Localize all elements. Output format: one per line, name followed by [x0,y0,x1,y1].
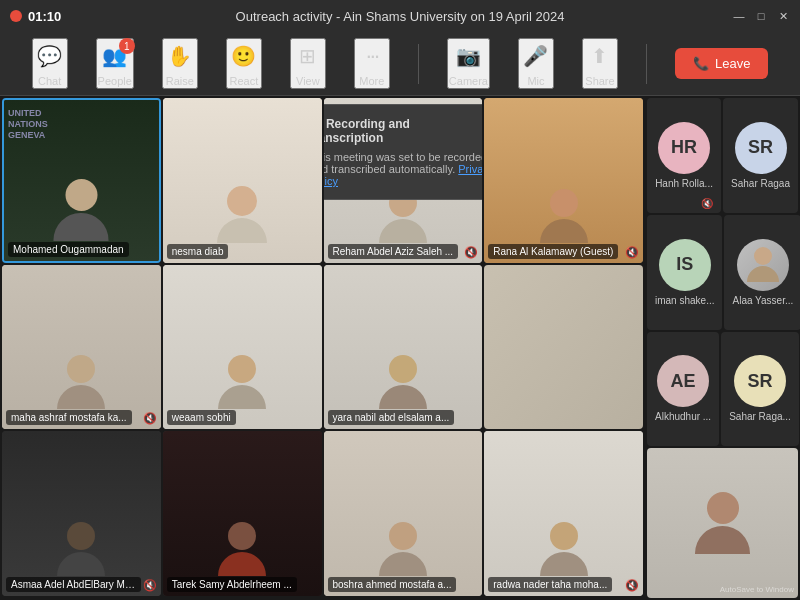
avatar-card-sr2: SR Sahar Raga... [721,332,799,447]
view-button[interactable]: ⊞ View [290,38,326,89]
avatar-initials-hr: HR [658,122,710,174]
name-tag-ougammadan: Mohamed Ougammadan [8,242,129,257]
recording-popup: Recording and transcription ✕ This meeti… [324,104,483,200]
video-cell-ougammadan: UNITEDNATIONSGENEVA Mohamed Ougammadan [2,98,161,263]
video-cell-boshra: boshra ahmed mostafa a... [324,431,483,596]
maximize-button[interactable]: □ [754,9,768,23]
people-badge: 1 [119,38,135,54]
raise-icon: ✋ [164,40,196,72]
avatar-initials-sr1: SR [735,122,787,174]
avatar-row-2: IS iman shake... Alaa Yasser... [647,215,798,330]
avatar-card-alaa: Alaa Yasser... [724,215,800,330]
people-icon: 👥 1 [99,40,131,72]
people-button[interactable]: 👥 1 People [96,38,134,89]
avatar-name-sr2: Sahar Raga... [725,411,795,422]
mic-muted-icon-maha: 🔇 [143,412,157,425]
avatar-card-is: IS iman shake... [647,215,722,330]
camera-icon: 📷 [452,40,484,72]
video-cell-rana: Rana Al Kalamawy (Guest) 🔇 [484,98,643,263]
avatar-initials-ae: AE [657,355,709,407]
recording-header: Recording and transcription ✕ [324,117,483,145]
avatar-card-hr: HR Hanh Rolla... 🔇 [647,98,721,213]
avatar-card-sr1: SR Sahar Ragaa [723,98,798,213]
mic-muted-icon-asmaa: 🔇 [143,579,157,592]
close-button[interactable]: ✕ [776,9,790,23]
toolbar-separator [418,44,419,84]
react-icon: 🙂 [228,40,260,72]
name-tag-reham: Reham Abdel Aziz Saleh ... [328,244,459,259]
video-cell-radwa [484,265,643,430]
leave-button[interactable]: 📞 Leave [675,48,768,79]
video-cell-weaam: weaam sobhi [163,265,322,430]
window-controls[interactable]: — □ ✕ [732,9,790,23]
avatar-row-3: AE Alkhudhur ... SR Sahar Raga... [647,332,798,447]
camera-label: Camera [449,75,488,87]
avatar-name-is: iman shake... [651,295,718,306]
recording-body: This meeting was set to be recorded and … [324,151,483,187]
share-button[interactable]: ⬆ Share [582,38,618,89]
avatar-initials-sr2: SR [734,355,786,407]
toolbar: 💬 Chat 👥 1 People ✋ Raise 🙂 React ⊞ View… [0,32,800,96]
mic-icon: 🎤 [520,40,552,72]
toolbar-separator-2 [646,44,647,84]
mic-button[interactable]: 🎤 Mic [518,38,554,89]
name-tag-weaam: weaam sobhi [167,410,236,425]
avatar-name-alaa: Alaa Yasser... [728,295,797,306]
mic-muted-icon-radwa2: 🔇 [625,579,639,592]
avatar-name-hr: Hanh Rolla... [651,178,717,189]
minimize-button[interactable]: — [732,9,746,23]
raise-label: Raise [166,75,194,87]
watermark-text: AutoSave to Window [720,585,794,594]
video-cell-nesma: nesma diab [163,98,322,263]
video-cell-bottom-right: AutoSave to Window [647,448,798,598]
mic-muted-icon-reham: 🔇 [464,246,478,259]
record-indicator [10,10,22,22]
avatar-initials-is: IS [659,239,711,291]
more-label: More [359,75,384,87]
name-tag-radwa2: radwa nader taha moha... [488,577,612,592]
name-tag-boshra: boshra ahmed mostafa a... [328,577,457,592]
more-button[interactable]: ··· More [354,38,390,89]
video-cell-yara: yara nabil abd elsalam a... [324,265,483,430]
name-tag-nesma: nesma diab [167,244,229,259]
mic-muted-icon-rana: 🔇 [625,246,639,259]
name-tag-yara: yara nabil abd elsalam a... [328,410,455,425]
people-label: People [98,75,132,87]
raise-button[interactable]: ✋ Raise [162,38,198,89]
main-content: UNITEDNATIONSGENEVA Mohamed Ougammadan n… [0,96,800,600]
chat-button[interactable]: 💬 Chat [32,38,68,89]
chat-icon: 💬 [34,40,66,72]
camera-button[interactable]: 📷 Camera [447,38,490,89]
avatar-name-sr1: Sahar Ragaa [727,178,794,189]
avatar-row-1: HR Hanh Rolla... 🔇 SR Sahar Ragaa [647,98,798,213]
timer: 01:10 [28,9,61,24]
mic-icon-hr: 🔇 [701,198,713,209]
view-icon: ⊞ [292,40,324,72]
share-label: Share [585,75,614,87]
name-tag-tarek: Tarek Samy Abdelrheem ... [167,577,297,592]
video-grid: UNITEDNATIONSGENEVA Mohamed Ougammadan n… [0,96,645,600]
phone-icon: 📞 [693,56,709,71]
avatar-photo-alaa [737,239,789,291]
share-icon: ⬆ [584,40,616,72]
leave-label: Leave [715,56,750,71]
video-cell-radwa2: radwa nader taha moha... 🔇 [484,431,643,596]
video-cell-tarek: Tarek Samy Abdelrheem ... [163,431,322,596]
window-title: Outreach activity - Ain Shams University… [236,9,565,24]
video-cell-asmaa: Asmaa Adel AbdElBary Moha... 🔇 [2,431,161,596]
right-panel: HR Hanh Rolla... 🔇 SR Sahar Ragaa IS ima… [645,96,800,600]
avatar-card-ae: AE Alkhudhur ... [647,332,719,447]
video-cell-maha: maha ashraf mostafa ka... 🔇 [2,265,161,430]
more-icon: ··· [356,40,388,72]
name-tag-rana: Rana Al Kalamawy (Guest) [488,244,618,259]
avatar-name-ae: Alkhudhur ... [651,411,715,422]
title-bar: 01:10 Outreach activity - Ain Shams Univ… [0,0,800,32]
react-label: React [229,75,258,87]
view-label: View [296,75,320,87]
react-button[interactable]: 🙂 React [226,38,262,89]
video-cell-reham: Recording and transcription ✕ This meeti… [324,98,483,263]
name-tag-asmaa: Asmaa Adel AbdElBary Moha... [6,577,141,592]
name-tag-maha: maha ashraf mostafa ka... [6,410,132,425]
mic-label: Mic [527,75,544,87]
chat-label: Chat [38,75,61,87]
